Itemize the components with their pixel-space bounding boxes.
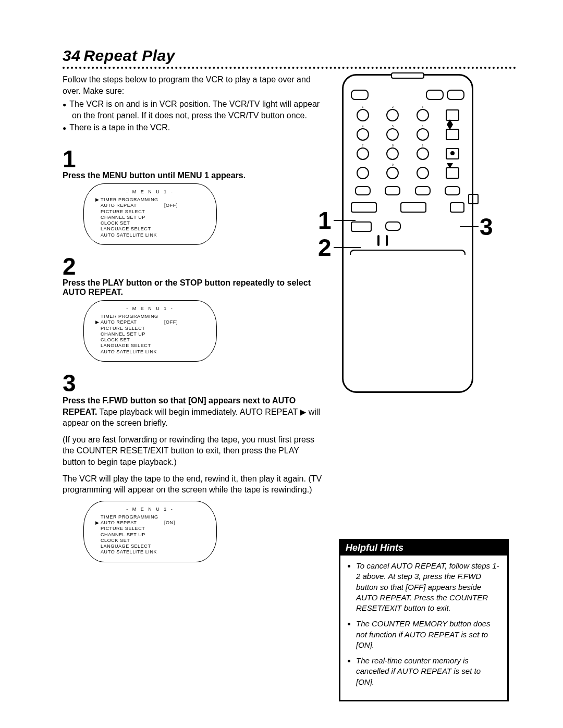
ffwd-button[interactable] (468, 194, 479, 204)
ir-window-icon (391, 72, 424, 79)
digit-5-button[interactable] (386, 128, 399, 141)
digit-6-button[interactable] (417, 128, 429, 141)
prereq-list: The VCR is on and is in VCR position. Th… (63, 98, 323, 133)
step-3-text: Press the F.FWD button so that [ON] appe… (63, 395, 323, 429)
rew-button[interactable] (351, 221, 372, 232)
step-number-1: 1 (63, 147, 323, 171)
osd-menu-3: - M E N U 1 - TIMER PROGRAMMING ▶AUTO RE… (83, 501, 217, 562)
hint-item: The real-time counter memory is cancelle… (356, 656, 500, 687)
menu-button[interactable] (351, 202, 377, 213)
osd-menu-2: - M E N U 1 - TIMER PROGRAMMING ▶AUTO RE… (83, 300, 217, 362)
button-label (393, 218, 393, 221)
helpful-hints-title: Helpful Hints (340, 540, 507, 556)
button-label (359, 86, 360, 89)
digit-8-button[interactable] (386, 147, 399, 160)
page-title-text: Repeat Play (83, 47, 175, 64)
remote-illustration: 1 2 3 (342, 74, 516, 393)
timer-button[interactable] (377, 235, 380, 246)
step-number-3: 3 (63, 371, 323, 395)
callout-3: 3 (480, 213, 493, 241)
eject-button[interactable] (447, 90, 464, 100)
hint-item: To cancel AUTO REPEAT, follow steps 1-2 … (356, 561, 500, 613)
remote-lower-panel (351, 250, 464, 328)
exit-button[interactable] (386, 235, 388, 246)
step-number-2: 2 (63, 254, 323, 278)
pause-button[interactable] (450, 202, 464, 213)
vcr-tv-button[interactable] (426, 90, 444, 100)
step-3-para3: The VCR will play the tape to the end, r… (63, 473, 323, 496)
button-label (413, 199, 413, 202)
aux-button[interactable] (357, 167, 369, 179)
ch-up-button[interactable] (446, 109, 459, 121)
osd-title: - M E N U 1 - (95, 306, 205, 312)
digit-1-button[interactable] (357, 109, 369, 121)
step-1-heading: Press the MENU button until MENU 1 appea… (63, 171, 323, 180)
play-button[interactable] (400, 202, 426, 213)
stop-button[interactable] (446, 167, 459, 179)
osd-title: - M E N U 1 - (95, 189, 205, 195)
prereq-item: There is a tape in the VCR. (63, 122, 323, 133)
hint-item: The COUNTER MEMORY button does not funct… (356, 619, 500, 650)
digit-7-button[interactable] (357, 147, 369, 160)
tracking-button[interactable] (385, 186, 400, 195)
button-label (457, 199, 457, 202)
osd-title: - M E N U 1 - (95, 507, 205, 512)
step-3-para2: (If you are fast forwarding or rewinding… (63, 434, 323, 468)
hints-list: To cancel AUTO REPEAT, follow steps 1-2 … (348, 561, 500, 687)
intro-text: Follow the steps below to program the VC… (63, 74, 323, 96)
digit-4-button[interactable] (357, 128, 369, 141)
button-label (455, 86, 456, 89)
digit-3-button[interactable] (417, 109, 429, 121)
speed-button[interactable] (355, 186, 371, 195)
page-number: 34 (63, 47, 80, 64)
prereq-item: The VCR is on and is in VCR position. Th… (63, 98, 323, 121)
plus100-button[interactable] (417, 167, 429, 179)
digit-2-button[interactable] (386, 109, 399, 121)
stop2-button[interactable] (385, 221, 401, 231)
digit-9-button[interactable] (417, 147, 429, 160)
callout-2: 2 (318, 233, 332, 262)
rec-button[interactable] (446, 148, 459, 159)
ch-down-button[interactable] (446, 129, 459, 140)
power-button[interactable] (351, 90, 369, 100)
button-label (434, 86, 435, 89)
counter-button[interactable] (445, 186, 460, 195)
page-title: 34Repeat Play (63, 47, 516, 65)
step-2-heading: Press the PLAY button or the STOP button… (63, 278, 323, 297)
title-rule (63, 67, 516, 69)
display-button[interactable] (415, 186, 431, 195)
callout-1: 1 (318, 206, 332, 235)
osd-menu-1: - M E N U 1 - ▶TIMER PROGRAMMING AUTO RE… (83, 183, 217, 245)
button-label (363, 199, 364, 202)
digit-0-button[interactable] (386, 167, 399, 179)
button-label (361, 218, 361, 221)
helpful-hints-box: Helpful Hints To cancel AUTO REPEAT, fol… (339, 539, 509, 701)
